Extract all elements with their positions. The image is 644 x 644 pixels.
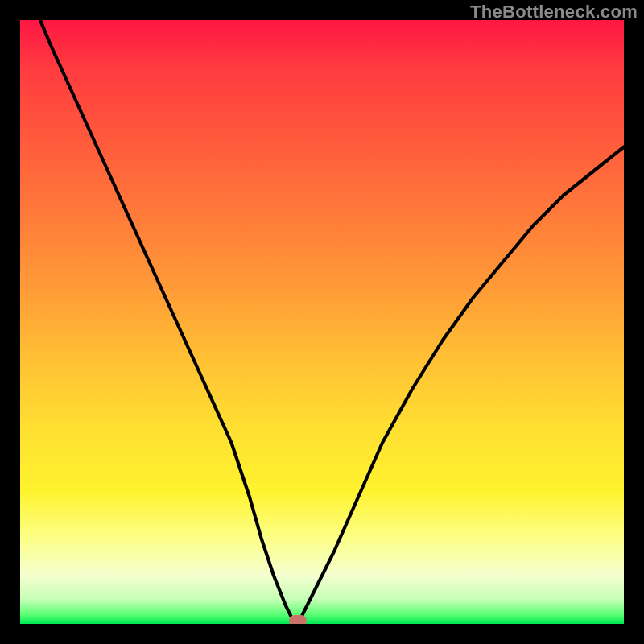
chart-frame: TheBottleneck.com — [0, 0, 644, 644]
plot-area — [20, 20, 624, 624]
minimum-marker — [289, 615, 307, 624]
watermark-text: TheBottleneck.com — [470, 2, 638, 23]
bottleneck-curve — [20, 20, 624, 624]
